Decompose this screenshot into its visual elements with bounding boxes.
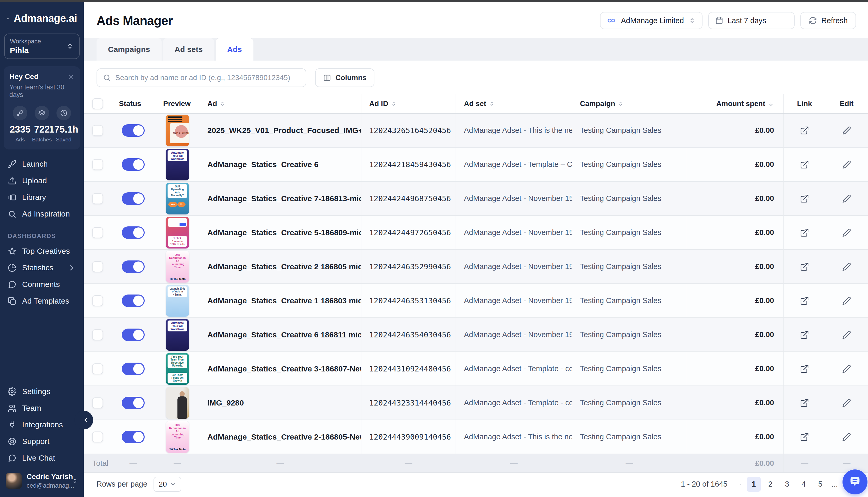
ad-name[interactable]: IMG_9280 bbox=[207, 398, 244, 407]
workspace-selector[interactable]: Workspace Pihla bbox=[4, 33, 80, 59]
row-checkbox[interactable] bbox=[92, 397, 103, 408]
sidebar-item-ad-inspiration[interactable]: Ad Inspiration bbox=[0, 205, 84, 222]
external-link-icon[interactable] bbox=[800, 432, 809, 442]
page-button-1[interactable]: 1 bbox=[747, 477, 761, 492]
ad-preview-thumbnail[interactable]: Automate Your Ad Workflows bbox=[166, 149, 189, 180]
column-header-status[interactable]: Status bbox=[111, 94, 155, 113]
tab-campaigns[interactable]: Campaigns bbox=[97, 38, 162, 60]
ad-account-selector[interactable]: AdManage Limited bbox=[600, 12, 703, 29]
ad-preview-thumbnail[interactable]: 1 click 1 minute 100s of ads bbox=[166, 217, 189, 248]
app-logo[interactable]: Admanage.ai bbox=[0, 2, 84, 28]
ad-preview-thumbnail[interactable]: Launch 100s of Ads in <1min. bbox=[166, 285, 189, 317]
edit-pencil-icon[interactable] bbox=[842, 432, 851, 441]
column-header-campaign[interactable]: Campaign bbox=[571, 94, 687, 113]
row-checkbox[interactable] bbox=[92, 125, 103, 136]
status-toggle[interactable] bbox=[122, 193, 145, 205]
column-header-amount-spent[interactable]: Amount spent bbox=[687, 94, 783, 113]
ad-name[interactable]: AdManage_Statics_Creative 7-186813-micka… bbox=[207, 194, 361, 203]
page-button-5[interactable]: 5 bbox=[813, 477, 827, 492]
external-link-icon[interactable] bbox=[800, 262, 809, 271]
page-ellipsis[interactable]: ... bbox=[830, 480, 839, 488]
status-toggle[interactable] bbox=[122, 295, 145, 307]
sidebar-item-settings[interactable]: Settings bbox=[0, 383, 84, 400]
status-toggle[interactable] bbox=[122, 431, 145, 443]
status-toggle[interactable] bbox=[122, 363, 145, 375]
row-checkbox[interactable] bbox=[92, 159, 103, 170]
sidebar-collapse-button[interactable] bbox=[74, 411, 93, 429]
tab-ad-sets[interactable]: Ad sets bbox=[163, 38, 214, 60]
external-link-icon[interactable] bbox=[800, 330, 809, 340]
columns-button[interactable]: Columns bbox=[315, 68, 374, 87]
column-header-ad-set[interactable]: Ad set bbox=[456, 94, 571, 113]
rows-per-page-select[interactable]: 20 bbox=[153, 477, 181, 492]
row-checkbox[interactable] bbox=[92, 329, 103, 340]
close-icon[interactable] bbox=[68, 73, 74, 80]
sidebar-item-upload[interactable]: Upload bbox=[0, 172, 84, 189]
column-header-ad[interactable]: Ad bbox=[199, 94, 361, 113]
select-all-checkbox[interactable] bbox=[92, 98, 103, 109]
ad-preview-thumbnail[interactable] bbox=[166, 387, 189, 419]
column-header-preview[interactable]: Preview bbox=[155, 94, 199, 113]
ad-name[interactable]: AdManage_Statics_Creative 1 186803 micka… bbox=[207, 296, 361, 305]
external-link-icon[interactable] bbox=[800, 126, 809, 135]
row-checkbox[interactable] bbox=[92, 431, 103, 442]
page-button-3[interactable]: 3 bbox=[780, 477, 794, 492]
edit-pencil-icon[interactable] bbox=[842, 160, 851, 169]
sidebar-item-integrations[interactable]: Integrations bbox=[0, 416, 84, 433]
ad-name[interactable]: AdManage_Statics_Creative 5-186809-micka… bbox=[207, 228, 361, 237]
external-link-icon[interactable] bbox=[800, 398, 809, 408]
chevron-left-icon[interactable] bbox=[737, 481, 744, 488]
status-toggle[interactable] bbox=[122, 329, 145, 341]
external-link-icon[interactable] bbox=[800, 228, 809, 237]
tab-ads[interactable]: Ads bbox=[216, 38, 253, 60]
user-menu[interactable]: Cedric Yarish ced@admanag... bbox=[0, 468, 84, 497]
edit-pencil-icon[interactable] bbox=[842, 398, 851, 407]
status-toggle[interactable] bbox=[122, 158, 145, 171]
ad-preview-thumbnail[interactable]: 90% Reduction in Ad Launching TimeTikTok… bbox=[166, 251, 189, 283]
ad-name[interactable]: AdManage_Statics_Creative 2-186805-NewCr… bbox=[207, 432, 361, 441]
column-header-ad-id[interactable]: Ad ID bbox=[361, 94, 456, 113]
search-input[interactable] bbox=[115, 74, 300, 82]
sidebar-item-library[interactable]: Library bbox=[0, 189, 84, 205]
edit-pencil-icon[interactable] bbox=[842, 296, 851, 305]
row-checkbox[interactable] bbox=[92, 227, 103, 238]
sidebar-item-support[interactable]: Support bbox=[0, 433, 84, 450]
ad-preview-thumbnail[interactable]: Free Your Team From Repetitive Uploads.L… bbox=[166, 353, 189, 385]
external-link-icon[interactable] bbox=[800, 160, 809, 169]
ad-preview-thumbnail[interactable]: Automate Your Ad Workflows bbox=[166, 319, 189, 351]
sidebar-item-comments[interactable]: Comments bbox=[0, 276, 84, 293]
ad-name[interactable]: AdManage_Statics_Creative 3-186807-NewCr… bbox=[207, 365, 361, 373]
date-range-picker[interactable]: Last 7 days bbox=[708, 12, 795, 29]
ad-name[interactable]: AdManage_Statics_Creative 2 186805 micka… bbox=[207, 262, 361, 271]
status-toggle[interactable] bbox=[122, 226, 145, 239]
sidebar-item-ad-templates[interactable]: Ad Templates bbox=[0, 293, 84, 309]
sidebar-item-statistics[interactable]: Statistics bbox=[0, 259, 84, 276]
edit-pencil-icon[interactable] bbox=[842, 330, 851, 339]
ad-preview-thumbnail[interactable]: 90% Reduction in Ad Launching TimeTikTok… bbox=[166, 421, 189, 453]
edit-pencil-icon[interactable] bbox=[842, 126, 851, 135]
external-link-icon[interactable] bbox=[800, 194, 809, 203]
ad-name[interactable]: AdManage_Statics_Creative 6 186811 micka… bbox=[207, 330, 361, 339]
edit-pencil-icon[interactable] bbox=[842, 228, 851, 237]
row-checkbox[interactable] bbox=[92, 364, 103, 374]
sidebar-item-team[interactable]: Team bbox=[0, 400, 84, 416]
page-button-2[interactable]: 2 bbox=[763, 477, 777, 492]
external-link-icon[interactable] bbox=[800, 296, 809, 306]
status-toggle[interactable] bbox=[122, 397, 145, 409]
live-chat-fab[interactable] bbox=[842, 469, 867, 494]
external-link-icon[interactable] bbox=[800, 364, 809, 373]
status-toggle[interactable] bbox=[122, 260, 145, 273]
edit-pencil-icon[interactable] bbox=[842, 365, 851, 373]
ad-name[interactable]: AdManage_Statics_Creative 6 bbox=[207, 160, 318, 169]
row-checkbox[interactable] bbox=[92, 295, 103, 306]
page-button-4[interactable]: 4 bbox=[797, 477, 811, 492]
sidebar-item-top-creatives[interactable]: Top Creatives bbox=[0, 243, 84, 259]
row-checkbox[interactable] bbox=[92, 261, 103, 272]
ad-preview-thumbnail[interactable]: Still Uploading Ads Manually?YesNo bbox=[166, 183, 189, 214]
sidebar-item-launch[interactable]: Launch bbox=[0, 156, 84, 172]
row-checkbox[interactable] bbox=[92, 193, 103, 204]
ad-preview-thumbnail[interactable]: GLP-1 Patches bbox=[166, 115, 189, 146]
refresh-button[interactable]: Refresh bbox=[800, 12, 856, 29]
edit-pencil-icon[interactable] bbox=[842, 262, 851, 271]
edit-pencil-icon[interactable] bbox=[842, 194, 851, 203]
